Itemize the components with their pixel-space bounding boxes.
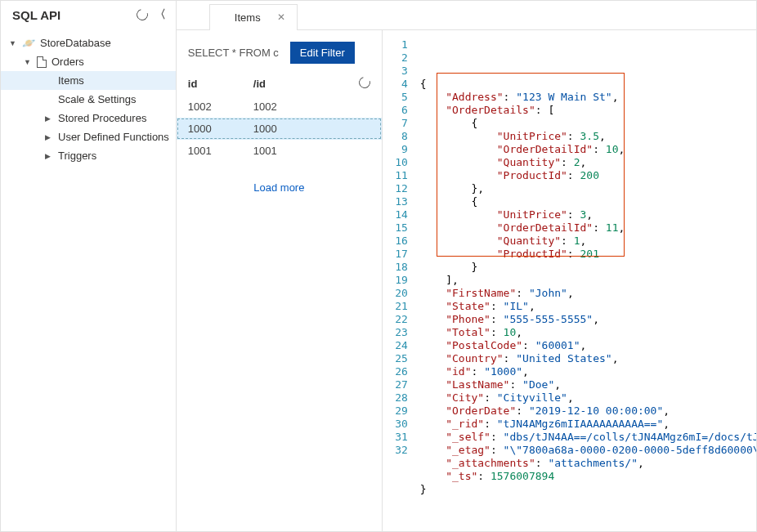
sidebar-item-label: Stored Procedures [58, 112, 146, 124]
database-icon: 🪐 [22, 37, 35, 49]
load-more-link[interactable]: Load more [177, 162, 382, 213]
collapse-icon[interactable]: 〈 [155, 7, 166, 22]
api-title: SQL API [12, 8, 60, 22]
col-id-header[interactable]: id [188, 78, 253, 90]
items-pane: SELECT * FROM c Edit Filter id /id 10021… [177, 30, 383, 531]
caret-right-icon: ▶ [45, 114, 53, 123]
sidebar-item-label: Scale & Settings [58, 93, 136, 105]
sidebar: SQL API 〈 ▼ 🪐 StoreDatabase ▼ Orders Ite… [1, 1, 177, 531]
database-label: StoreDatabase [40, 37, 111, 49]
resource-tree: ▼ 🪐 StoreDatabase ▼ Orders ItemsScale & … [1, 29, 176, 165]
json-editor[interactable]: 1234567891011121314151617181920212223242… [383, 30, 757, 531]
caret-down-icon: ▼ [24, 58, 32, 66]
sidebar-item-label: Triggers [58, 150, 96, 162]
refresh-icon[interactable] [134, 7, 150, 22]
sidebar-header: SQL API 〈 [1, 1, 176, 29]
caret-right-icon: ▶ [45, 152, 53, 160]
tab-bar: Items ✕ [177, 1, 757, 30]
main-panel: Items ✕ SELECT * FROM c Edit Filter id /… [177, 1, 757, 531]
tab-label: Items [235, 11, 261, 24]
filter-query: SELECT * FROM c [188, 47, 279, 59]
sidebar-item[interactable]: Items [1, 71, 176, 90]
table-row[interactable]: 10001000 [177, 118, 382, 140]
refresh-icon[interactable] [356, 74, 372, 90]
edit-filter-button[interactable]: Edit Filter [290, 42, 355, 64]
code-area[interactable]: { "Address": "123 W Main St", "OrderDeta… [420, 38, 757, 531]
sidebar-item[interactable]: ▶User Defined Functions [1, 127, 176, 146]
collection-label: Orders [52, 56, 84, 68]
document-icon [37, 56, 47, 68]
sidebar-item-label: User Defined Functions [58, 131, 169, 143]
col-partition-header[interactable]: /id [253, 78, 354, 90]
caret-down-icon: ▼ [9, 39, 17, 47]
sidebar-item[interactable]: Scale & Settings [1, 90, 176, 109]
line-gutter: 1234567891011121314151617181920212223242… [383, 38, 420, 531]
tab-items[interactable]: Items ✕ [209, 4, 298, 30]
items-grid: id /id 100210021000100010011001 [177, 72, 382, 162]
sidebar-item[interactable]: ▶Stored Procedures [1, 109, 176, 127]
sidebar-item-label: Items [58, 74, 84, 87]
close-icon[interactable]: ✕ [277, 11, 285, 23]
collection-node[interactable]: ▼ Orders [1, 52, 176, 71]
table-row[interactable]: 10011001 [177, 140, 382, 162]
table-row[interactable]: 10021002 [177, 96, 382, 118]
sidebar-item[interactable]: ▶Triggers [1, 146, 176, 165]
database-node[interactable]: ▼ 🪐 StoreDatabase [1, 34, 176, 52]
caret-right-icon: ▶ [45, 133, 53, 141]
